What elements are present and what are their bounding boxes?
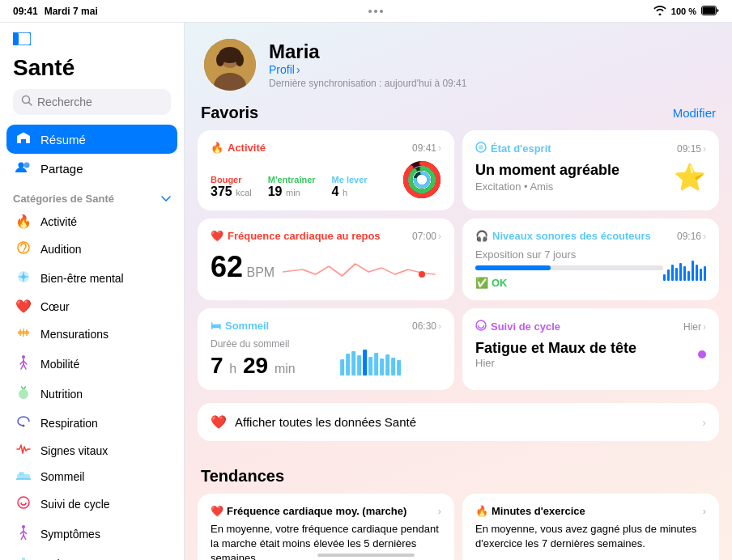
freq-body: 62 BPM — [211, 248, 441, 284]
search-bar[interactable] — [13, 89, 171, 115]
category-activite[interactable]: 🔥 Activité — [6, 208, 177, 235]
sommeil-bars — [304, 347, 441, 379]
coeur-label: Cœur — [40, 300, 70, 313]
niveaux-sonores-card[interactable]: 🎧 Niveaux sonores des écouteurs 09:16 › … — [462, 218, 719, 300]
etat-icon — [475, 142, 487, 155]
nutrition-icon — [15, 385, 32, 403]
dot3 — [380, 10, 383, 13]
svg-line-36 — [23, 535, 26, 540]
favoris-section: Favoris Modifier 🔥 Activité 09:41 › — [185, 104, 732, 403]
category-mobilite[interactable]: Mobilité — [6, 349, 177, 380]
metric-bouger: Bouger 375 kcal — [211, 175, 252, 199]
metric-lever: Me lever 4 h — [332, 175, 368, 199]
hr-chart — [283, 252, 441, 284]
mensurations-label: Mensurations — [40, 328, 109, 341]
trends-grid: ❤️ Fréquence cardiaque moy. (marche) › E… — [198, 494, 719, 560]
sidebar-toggle-icon[interactable] — [13, 32, 171, 49]
sommeil-card[interactable]: 🛏 Sommeil 06:30 › Durée du sommeil 7 — [198, 308, 454, 390]
trend-heart-icon: ❤️ — [211, 505, 223, 517]
metric-entrainer-value: 19 min — [268, 185, 316, 199]
signes-label: Signes vitaux — [40, 444, 108, 457]
modifier-button[interactable]: Modifier — [673, 106, 716, 120]
sound-bar-2 — [667, 269, 670, 281]
svg-rect-62 — [380, 358, 384, 375]
category-coeur[interactable]: ❤️ Cœur — [6, 293, 177, 320]
sound-bar-11 — [704, 266, 706, 281]
svg-point-9 — [19, 163, 24, 168]
metric-entrainer: M'entraîner 19 min — [268, 175, 316, 199]
category-signes[interactable]: Signes vitaux — [6, 438, 177, 464]
freq-header: ❤️ Fréquence cardiaque au repos 07:00 › — [211, 230, 441, 242]
freq-cardiaque-card[interactable]: ❤️ Fréquence cardiaque au repos 07:00 › … — [198, 218, 454, 300]
search-input[interactable] — [37, 95, 179, 108]
cards-grid: 🔥 Activité 09:41 › Bouger 375 — [198, 130, 719, 390]
svg-rect-58 — [357, 355, 361, 375]
home-indicator — [317, 554, 415, 557]
svg-point-10 — [24, 163, 30, 168]
svg-rect-27 — [17, 474, 30, 479]
category-audition[interactable]: Audition — [6, 235, 177, 264]
profile-link[interactable]: Profil › — [269, 63, 713, 76]
category-respiration[interactable]: Respiration — [6, 409, 177, 438]
svg-rect-63 — [385, 354, 389, 375]
heart-data-icon: ❤️ — [211, 414, 227, 430]
category-bienetre[interactable]: Bien-être mental — [6, 264, 177, 293]
symptomes-icon — [15, 524, 32, 544]
etat-esprit-card[interactable]: État d'esprit 09:15 › Un moment agréable… — [462, 130, 719, 210]
category-symptomes[interactable]: Symptômes — [6, 519, 177, 549]
sound-mini-bars — [663, 257, 706, 281]
hr-dot — [419, 271, 425, 278]
suivi-title: Suivi de cycle — [475, 320, 560, 333]
svg-rect-3 — [13, 32, 19, 45]
metric-bouger-value: 375 kcal — [211, 185, 252, 199]
category-nutrition[interactable]: Nutrition — [6, 380, 177, 409]
category-sommeil[interactable]: Sommeil — [6, 464, 177, 490]
dot1 — [368, 10, 372, 13]
sound-bar-fill — [475, 265, 551, 270]
dots-menu — [368, 10, 383, 13]
etat-esprit-main: Un moment agréable — [475, 162, 619, 179]
status-right: 100 % — [653, 6, 719, 17]
svg-line-5 — [29, 103, 32, 106]
mensurations-icon — [15, 325, 32, 343]
audition-label: Audition — [40, 243, 82, 256]
sound-bar-7 — [687, 271, 690, 281]
signes-icon — [15, 443, 32, 458]
categories-section-title: Catégories de Santé — [0, 186, 184, 208]
symptomes-label: Symptômes — [40, 528, 100, 541]
category-traitements[interactable]: Traitements — [6, 549, 177, 560]
activite-card[interactable]: 🔥 Activité 09:41 › Bouger 375 — [198, 130, 454, 210]
trend-freq-chevron: › — [438, 505, 441, 517]
mood-star-icon: ⭐ — [674, 162, 706, 193]
category-suivi[interactable]: Suivi de cycle — [6, 490, 177, 519]
sidebar-item-partage[interactable]: Partage — [6, 154, 177, 183]
svg-line-23 — [21, 364, 23, 369]
sidebar-item-resume[interactable]: Résumé — [6, 125, 177, 154]
tendances-header: Tendances — [198, 467, 719, 486]
bienetre-label: Bien-être mental — [40, 272, 124, 285]
suivi-time: Hier › — [683, 321, 706, 333]
suivi-cycle-card[interactable]: Suivi de cycle Hier › Fatigue et Maux de… — [462, 308, 719, 390]
sound-bar-6 — [683, 266, 686, 281]
svg-point-19 — [22, 355, 25, 358]
view-all-card[interactable]: ❤️ Afficher toutes les données Santé › — [198, 403, 719, 441]
trend-fire-icon: 🔥 — [475, 505, 488, 517]
svg-rect-57 — [351, 351, 355, 375]
trend-freq-card[interactable]: ❤️ Fréquence cardiaque moy. (marche) › E… — [198, 494, 454, 560]
trend-exercise-card[interactable]: 🔥 Minutes d'exercice › En moyenne, vous … — [462, 494, 719, 560]
niveaux-time: 09:16 › — [677, 231, 706, 242]
metric-lever-label: Me lever — [332, 175, 368, 185]
trend-freq-title: ❤️ Fréquence cardiaque moy. (marche) › — [211, 505, 441, 517]
category-mensurations[interactable]: Mensurations — [6, 320, 177, 349]
checkmark-icon: ✅ — [475, 277, 488, 289]
tendances-title: Tendances — [201, 467, 284, 486]
favoris-header: Favoris Modifier — [198, 104, 719, 122]
status-bar: 09:41 Mardi 7 mai 100 % — [0, 0, 732, 23]
svg-rect-56 — [346, 354, 350, 375]
sommeil-label: Sommeil — [40, 470, 84, 483]
sound-bar-10 — [700, 269, 702, 281]
sommeil-icon — [15, 469, 32, 484]
sommeil-header: 🛏 Sommeil 06:30 › — [211, 320, 441, 332]
svg-point-30 — [18, 497, 29, 508]
chevron-down-icon[interactable] — [161, 193, 171, 205]
